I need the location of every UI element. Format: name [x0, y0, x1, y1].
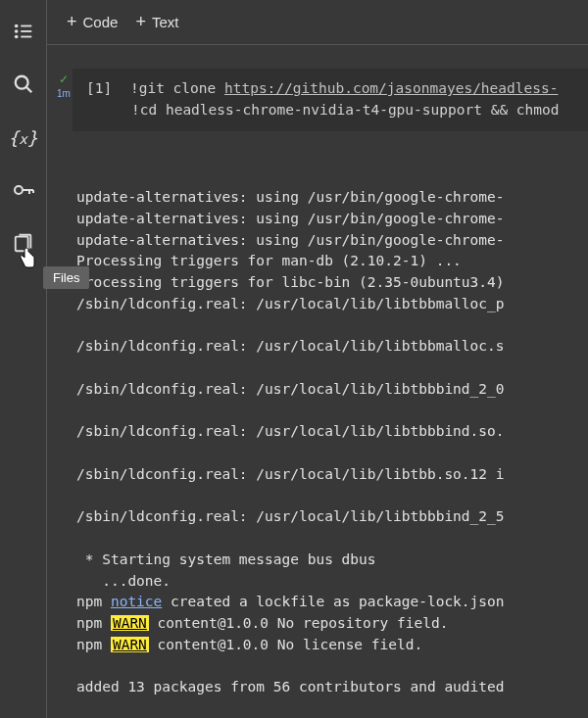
output-line: * Starting system message bus dbus: [76, 550, 588, 571]
svg-rect-12: [15, 237, 27, 252]
svg-point-8: [15, 186, 23, 194]
output-line: Processing triggers for man-db (2.10.2-1…: [76, 251, 588, 272]
secrets-icon[interactable]: [12, 178, 35, 202]
code-text: !cd headless-chrome-nvidia-t4-gpu-suppor…: [131, 102, 560, 118]
plus-icon: +: [135, 12, 146, 32]
left-rail: {x} Files: [0, 0, 47, 718]
files-icon[interactable]: [12, 231, 35, 255]
output-line: /sbin/ldconfig.real: /usr/local/lib/libt…: [76, 464, 588, 486]
code-editor[interactable]: [1] !git clone https://github.com/jasonm…: [73, 69, 588, 131]
output-line: update-alternatives: using /usr/bin/goog…: [76, 230, 588, 252]
svg-point-4: [14, 35, 18, 39]
toc-icon[interactable]: [12, 20, 35, 43]
add-code-button[interactable]: + Code: [67, 12, 118, 32]
output-line: [76, 358, 588, 379]
svg-rect-1: [21, 25, 31, 27]
output-line: Processing triggers for libc-bin (2.35-0…: [76, 272, 588, 294]
svg-rect-5: [21, 36, 31, 38]
add-text-button[interactable]: + Text: [135, 12, 178, 32]
output-line: [76, 401, 588, 422]
svg-point-2: [14, 29, 18, 33]
variables-icon[interactable]: {x}: [12, 125, 35, 149]
output-line: /sbin/ldconfig.real: /usr/local/lib/libt…: [76, 506, 588, 528]
files-tooltip: Files: [43, 266, 89, 289]
add-text-label: Text: [152, 14, 179, 30]
code-url: https://github.com/jasonmayes/headless-: [224, 80, 558, 96]
output-line: npm notice created a lockfile as package…: [76, 592, 588, 613]
output-line: npm WARN content@1.0.0 No license field.: [76, 635, 588, 656]
output-line: /sbin/ldconfig.real: /usr/local/lib/libt…: [76, 421, 588, 443]
svg-point-0: [14, 24, 18, 28]
notebook-content: ✓ 1m [1] !git clone https://github.com/j…: [47, 45, 588, 718]
add-code-label: Code: [83, 14, 119, 30]
output-line: update-alternatives: using /usr/bin/goog…: [76, 209, 588, 230]
output-line: added 13 packages from 56 contributors a…: [76, 677, 588, 698]
cell-prompt: [1]: [86, 80, 112, 96]
cell-output: update-alternatives: using /usr/bin/goog…: [47, 131, 588, 719]
output-line: [76, 656, 588, 678]
main-area: + Code + Text ✓ 1m [1] !git clone https:…: [47, 0, 588, 718]
check-icon: ✓: [59, 72, 69, 86]
exec-time: 1m: [57, 88, 71, 99]
output-line: [76, 443, 588, 464]
cell-gutter: ✓ 1m: [55, 69, 73, 131]
output-line: [76, 315, 588, 337]
output-line: [76, 528, 588, 550]
output-line: ...done.: [76, 571, 588, 593]
output-line: npm WARN content@1.0.0 No repository fie…: [76, 613, 588, 635]
svg-point-6: [15, 76, 27, 89]
output-line: [76, 698, 588, 718]
search-icon[interactable]: [12, 72, 35, 96]
output-line: update-alternatives: using /usr/bin/goog…: [76, 187, 588, 209]
output-line: /sbin/ldconfig.real: /usr/local/lib/libt…: [76, 294, 588, 315]
output-line: /sbin/ldconfig.real: /usr/local/lib/libt…: [76, 336, 588, 358]
svg-rect-3: [21, 30, 31, 32]
code-cell[interactable]: ✓ 1m [1] !git clone https://github.com/j…: [47, 69, 588, 131]
svg-line-7: [25, 87, 31, 93]
output-line: [76, 486, 588, 507]
toolbar: + Code + Text: [47, 0, 588, 45]
output-line: /sbin/ldconfig.real: /usr/local/lib/libt…: [76, 379, 588, 401]
plus-icon: +: [67, 12, 77, 32]
code-text: !git clone: [130, 80, 224, 96]
